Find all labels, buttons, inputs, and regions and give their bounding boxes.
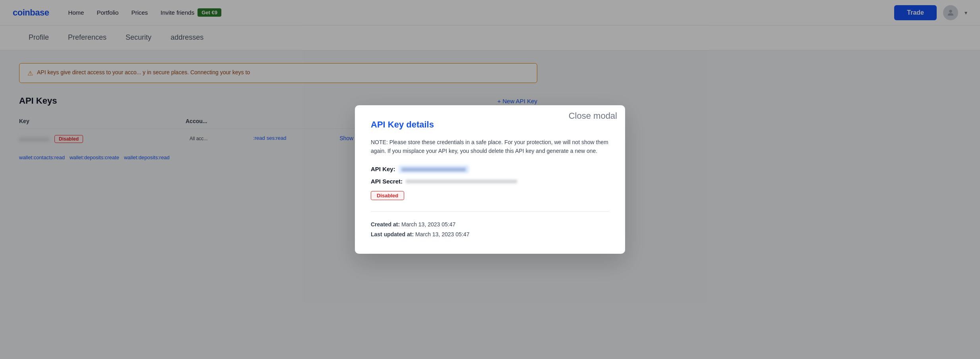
modal-status-badge: Disabled (371, 191, 404, 200)
api-key-label: API Key: (371, 166, 395, 172)
modal-title: API Key details (371, 120, 609, 130)
updated-at-label: Last updated at: (371, 231, 414, 237)
updated-at-row: Last updated at: March 13, 2023 05:47 (371, 230, 609, 239)
api-secret-value: xxxxxxxxxxxxxxxxxxxxxxxxxxxxxxxxxxxxxxxx (406, 178, 517, 184)
updated-at-value: March 13, 2023 05:47 (415, 231, 469, 237)
api-key-details-modal: Close modal API Key details NOTE: Please… (355, 105, 625, 254)
created-at-row: Created at: March 13, 2023 05:47 (371, 220, 609, 230)
modal-overlay[interactable]: Close modal API Key details NOTE: Please… (0, 0, 980, 359)
api-key-field: API Key: xxxxxxxxxxxxxxxxxxxxxxx (371, 165, 609, 173)
modal-note: NOTE: Please store these credentials in … (371, 138, 609, 156)
modal-status-area: Disabled (371, 189, 609, 203)
modal-close-button[interactable]: Close modal (569, 112, 617, 120)
modal-metadata: Created at: March 13, 2023 05:47 Last up… (371, 220, 609, 239)
modal-divider (371, 211, 609, 212)
api-secret-field: API Secret: xxxxxxxxxxxxxxxxxxxxxxxxxxxx… (371, 178, 609, 185)
api-key-value: xxxxxxxxxxxxxxxxxxxxxxx (399, 165, 469, 173)
created-at-value: March 13, 2023 05:47 (401, 221, 455, 228)
created-at-label: Created at: (371, 221, 400, 228)
api-secret-label: API Secret: (371, 178, 403, 185)
